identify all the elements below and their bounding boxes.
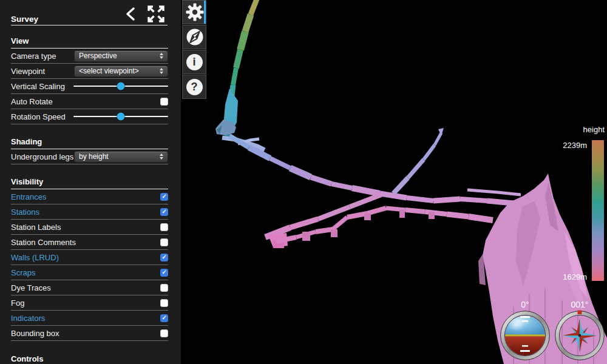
compass-icon: [183, 25, 206, 49]
dye-traces-checkbox[interactable]: [160, 284, 168, 292]
rotation-speed-slider[interactable]: [73, 109, 168, 124]
tool-tabbar: i ?: [182, 0, 207, 99]
section-heading-visibility: Visibility: [11, 177, 168, 189]
cave-passage-lower: [265, 195, 493, 248]
chevron-left-icon: [124, 5, 137, 23]
camera-type-select[interactable]: Perspective: [74, 50, 168, 62]
bounding-box-label: Bounding box: [11, 329, 59, 338]
expand-arrows-icon: [146, 4, 166, 24]
stations-checkbox[interactable]: [160, 208, 168, 216]
walls-checkbox[interactable]: [160, 254, 168, 261]
scraps-checkbox[interactable]: [160, 269, 168, 277]
collapse-panel-button[interactable]: [123, 4, 138, 26]
orientation-gauges[interactable]: [495, 306, 607, 364]
indicators-label: Indicators: [11, 314, 45, 323]
indicators-checkbox[interactable]: [160, 314, 168, 322]
visibility-row-walls: Walls (LRUD): [11, 250, 168, 265]
tab-information[interactable]: i: [182, 50, 206, 74]
bounding-box-checkbox[interactable]: [160, 329, 168, 337]
section-shading: Shading Underground legs by height: [11, 137, 168, 164]
auto-rotate-checkbox[interactable]: [160, 98, 168, 106]
vertical-scaling-slider[interactable]: [73, 79, 168, 94]
station-labels-label: Station Labels: [11, 223, 61, 232]
compass-gauge[interactable]: [555, 311, 605, 360]
info-icon: i: [186, 54, 203, 70]
camera-type-row: Camera type Perspective: [11, 49, 168, 64]
cave-passage-main: [229, 136, 521, 203]
app-window: height 2239m 1629m 0° 001°: [0, 0, 607, 364]
legend-min-value: 1629m: [563, 272, 587, 281]
fog-checkbox[interactable]: [160, 299, 168, 307]
viewpoint-label: Viewpoint: [11, 67, 45, 76]
slider-thumb[interactable]: [117, 83, 125, 90]
dye-traces-label: Dye Traces: [11, 283, 51, 292]
station-comments-checkbox[interactable]: [160, 238, 168, 246]
fog-label: Fog: [11, 298, 24, 308]
select-spinner-icon: [160, 53, 163, 59]
select-spinner-icon: [160, 68, 163, 74]
section-heading-shading: Shading: [11, 137, 168, 149]
legend-max-value: 2239m: [563, 141, 587, 150]
auto-rotate-label: Auto Rotate: [11, 97, 53, 106]
visibility-row-station-labels: Station Labels: [11, 220, 168, 235]
visibility-row-bounding-box: Bounding box: [11, 326, 168, 341]
cave-3d-viewport[interactable]: height 2239m 1629m 0° 001°: [182, 0, 607, 364]
question-icon: ?: [186, 79, 203, 95]
camera-type-label: Camera type: [11, 52, 56, 61]
underground-legs-row: Underground legs by height: [11, 149, 168, 164]
visibility-row-indicators: Indicators: [11, 311, 168, 326]
rotation-speed-label: Rotation Speed: [11, 112, 66, 121]
gear-icon: [183, 0, 206, 24]
stations-label: Stations: [11, 207, 39, 217]
tab-help[interactable]: ?: [182, 75, 206, 99]
entrances-checkbox[interactable]: [160, 193, 168, 201]
scraps-label: Scraps: [11, 268, 35, 277]
underground-legs-label: Underground legs: [11, 152, 73, 161]
settings-sidebar: Survey View: [0, 0, 181, 364]
tab-navigation[interactable]: [182, 25, 206, 49]
station-comments-label: Station Comments: [11, 238, 76, 247]
select-spinner-icon: [160, 153, 163, 160]
pitch-gauge[interactable]: [501, 311, 550, 360]
rotation-speed-row: Rotation Speed: [11, 109, 168, 124]
cave-passage-diagonal: [393, 128, 444, 194]
visibility-row-station-comments: Station Comments: [11, 235, 168, 250]
panel-title: Survey: [11, 15, 38, 24]
walls-label: Walls (LRUD): [11, 253, 59, 262]
entrances-label: Entrances: [11, 192, 47, 201]
visibility-row-scraps: Scraps: [11, 265, 168, 280]
visibility-row-dye-traces: Dye Traces: [11, 280, 168, 295]
tab-settings[interactable]: [182, 0, 206, 24]
cave-passage-upper: [215, 0, 265, 150]
section-heading-controls: Controls: [11, 354, 168, 364]
section-heading-view: View: [11, 36, 168, 49]
legend-title: height: [583, 125, 605, 134]
vertical-scaling-row: Vertical Scaling: [11, 79, 168, 94]
section-view: View Camera type Perspective Viewpoint <…: [11, 36, 168, 124]
visibility-row-entrances: Entrances: [11, 189, 168, 204]
section-controls: Controls: [11, 354, 168, 364]
visibility-row-fog: Fog: [11, 295, 168, 311]
section-visibility: Visibility Entrances Stations Station La…: [11, 177, 168, 341]
auto-rotate-row: Auto Rotate: [11, 94, 168, 109]
legend-gradient-bar: [592, 140, 604, 281]
visibility-row-stations: Stations: [11, 204, 168, 220]
underground-legs-select[interactable]: by height: [74, 151, 168, 163]
viewpoint-select[interactable]: <select viewpoint>: [74, 66, 168, 77]
viewpoint-row: Viewpoint <select viewpoint>: [11, 64, 168, 79]
slider-thumb[interactable]: [117, 113, 125, 121]
fullscreen-button[interactable]: [144, 2, 168, 27]
vertical-scaling-label: Vertical Scaling: [11, 82, 65, 91]
station-labels-checkbox[interactable]: [160, 223, 168, 231]
